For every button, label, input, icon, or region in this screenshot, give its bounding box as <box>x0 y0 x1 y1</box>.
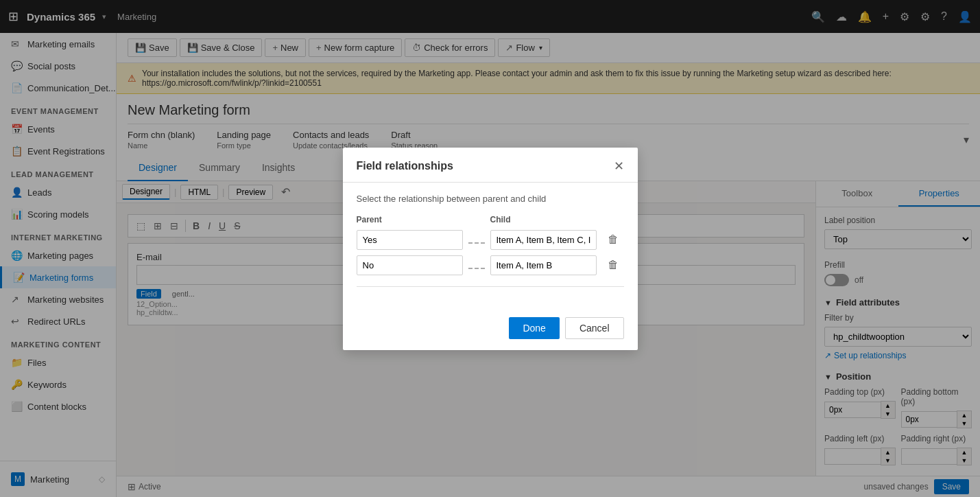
relationship-row-2: 🗑 <box>357 255 624 275</box>
relationship-row-1: 🗑 <box>357 230 624 250</box>
delete-row-1[interactable]: 🗑 <box>602 233 624 246</box>
done-button[interactable]: Done <box>509 317 559 339</box>
child-col-header: Child <box>490 215 597 224</box>
modal-body: Select the relationship between parent a… <box>343 183 638 309</box>
modal-field-relationships: Field relationships ✕ Select the relatio… <box>343 148 638 350</box>
child-input-2[interactable] <box>490 255 597 275</box>
parent-col-header: Parent <box>357 215 463 224</box>
modal-title: Field relationships <box>357 160 453 172</box>
parent-input-2[interactable] <box>357 255 463 275</box>
child-input-1[interactable] <box>490 230 597 250</box>
modal-overlay: Field relationships ✕ Select the relatio… <box>0 0 980 497</box>
modal-footer: Done Cancel <box>343 309 638 350</box>
relationship-headers: Parent Child <box>357 215 624 227</box>
modal-header: Field relationships ✕ <box>343 148 638 183</box>
dashed-line-1 <box>468 242 485 244</box>
dashed-line-2 <box>468 268 485 269</box>
cancel-button[interactable]: Cancel <box>565 317 624 339</box>
modal-divider <box>357 286 624 287</box>
parent-input-1[interactable] <box>357 230 463 250</box>
modal-subtitle: Select the relationship between parent a… <box>357 194 624 204</box>
modal-close-button[interactable]: ✕ <box>614 159 624 174</box>
delete-row-2[interactable]: 🗑 <box>602 259 624 271</box>
